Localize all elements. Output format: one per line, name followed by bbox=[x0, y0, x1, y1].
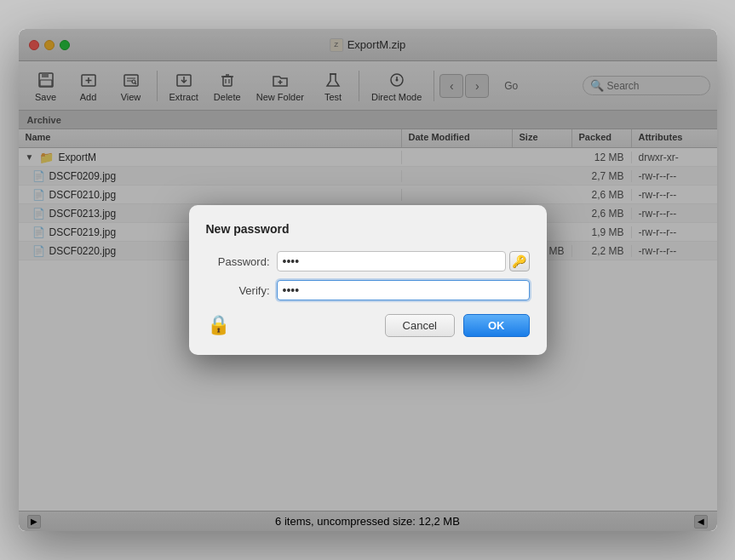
ok-button[interactable]: OK bbox=[463, 314, 530, 337]
verify-input-wrap bbox=[277, 280, 530, 300]
password-input-wrap: 🔑 bbox=[277, 251, 530, 271]
password-row: Password: 🔑 bbox=[206, 251, 530, 271]
key-button[interactable]: 🔑 bbox=[509, 251, 530, 271]
modal-form: Password: 🔑 Verify: bbox=[206, 251, 530, 300]
lock-icon: 🔒 bbox=[206, 312, 232, 338]
verify-label: Verify: bbox=[206, 284, 270, 297]
modal-buttons: Cancel OK bbox=[232, 314, 530, 337]
modal-bottom: 🔒 Cancel OK bbox=[206, 312, 530, 338]
password-label: Password: bbox=[206, 255, 270, 268]
new-password-dialog: New password Password: 🔑 Verify: bbox=[189, 205, 547, 355]
modal-overlay: New password Password: 🔑 Verify: bbox=[19, 29, 717, 531]
verify-input[interactable] bbox=[277, 280, 530, 300]
modal-title: New password bbox=[206, 222, 530, 236]
cancel-button[interactable]: Cancel bbox=[385, 314, 455, 337]
password-input[interactable] bbox=[277, 251, 506, 271]
main-window: Z ExportM.zip Save Ad bbox=[19, 29, 717, 531]
verify-row: Verify: bbox=[206, 280, 530, 300]
